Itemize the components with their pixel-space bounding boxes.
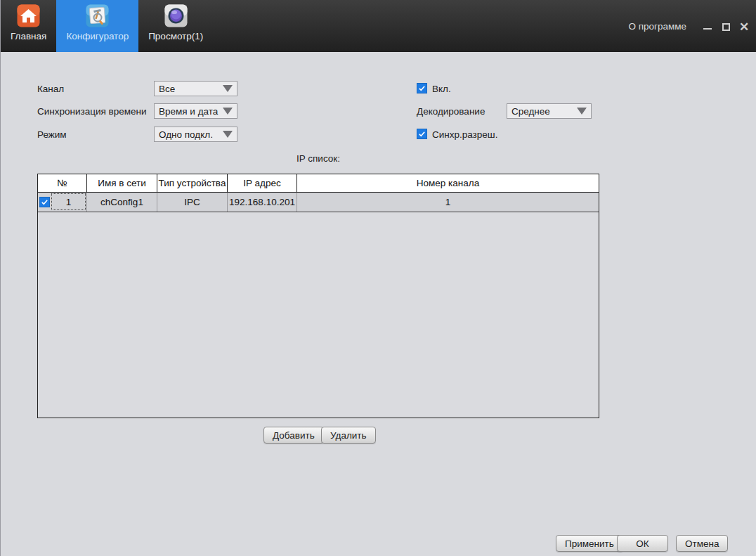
- cell-name: chConfig1: [87, 193, 157, 212]
- row-checkbox[interactable]: [39, 197, 50, 207]
- column-header-num: №: [38, 174, 87, 192]
- tab-bar: Главная Конфигуратор: [1, 0, 213, 52]
- app-window: Главная Конфигуратор: [0, 0, 756, 556]
- maximize-button[interactable]: [719, 20, 733, 34]
- tab-configurator-label: Конфигуратор: [66, 31, 129, 41]
- ip-list-title: IP список:: [37, 153, 599, 164]
- dropdown-arrow-icon: [223, 108, 233, 115]
- cell-channel: 1: [297, 193, 599, 212]
- time-sync-select-value: Время и дата: [159, 106, 218, 117]
- delete-button[interactable]: Удалить: [321, 427, 376, 444]
- mode-label: Режим: [37, 129, 67, 140]
- apply-button[interactable]: Применить: [556, 535, 623, 552]
- cell-num: 1: [38, 193, 87, 212]
- decoding-select[interactable]: Среднее: [507, 103, 592, 119]
- mode-select-value: Одно подкл.: [159, 129, 213, 140]
- maximize-icon: [722, 23, 730, 31]
- tab-configurator[interactable]: Конфигуратор: [56, 0, 138, 52]
- minimize-button[interactable]: [700, 20, 715, 34]
- configurator-icon: [86, 4, 109, 27]
- tab-home-label: Главная: [11, 31, 46, 41]
- about-link[interactable]: О программе: [628, 21, 686, 32]
- ip-list-table: № Имя в сети Тип устройства IP адрес Ном…: [37, 174, 599, 418]
- column-header-channel: Номер канала: [297, 174, 599, 192]
- top-bar: Главная Конфигуратор: [1, 0, 756, 52]
- table-header-row: № Имя в сети Тип устройства IP адрес Ном…: [38, 174, 599, 193]
- viewer-lens-icon: [164, 4, 188, 27]
- close-icon: ✕: [739, 21, 749, 33]
- check-icon: [41, 198, 48, 206]
- check-icon: [418, 84, 426, 92]
- channel-select[interactable]: Все: [154, 81, 237, 96]
- window-controls: ✕: [700, 20, 751, 34]
- channel-label: Канал: [37, 84, 64, 94]
- dropdown-arrow-icon: [223, 85, 233, 92]
- dropdown-arrow-icon: [223, 131, 233, 138]
- dropdown-arrow-icon: [577, 108, 587, 115]
- table-row[interactable]: 1 chConfig1 IPC 192.168.10.201 1: [38, 193, 599, 212]
- tab-view[interactable]: Просмотр(1): [138, 0, 213, 52]
- sync-resolution-checkbox[interactable]: [417, 129, 427, 139]
- enable-checkbox[interactable]: [417, 83, 427, 93]
- cell-ip: 192.168.10.201: [228, 193, 297, 212]
- check-icon: [418, 130, 426, 138]
- configurator-panel: Канал Все Синхронизация времени Время и …: [1, 52, 756, 556]
- decoding-label: Декодирование: [417, 106, 485, 117]
- minimize-icon: [703, 28, 712, 30]
- column-header-name: Имя в сети: [87, 174, 157, 192]
- close-button[interactable]: ✕: [737, 20, 751, 34]
- sync-resolution-label: Синхр.разреш.: [432, 129, 497, 140]
- cancel-button[interactable]: Отмена: [676, 535, 728, 552]
- home-icon: [17, 4, 40, 27]
- cell-type: IPC: [157, 193, 228, 212]
- ok-button[interactable]: ОК: [617, 535, 668, 552]
- tab-view-label: Просмотр(1): [148, 31, 203, 41]
- tab-home[interactable]: Главная: [1, 0, 56, 52]
- channel-select-value: Все: [159, 84, 175, 94]
- decoding-select-value: Среднее: [511, 106, 550, 117]
- column-header-type: Тип устройства: [157, 174, 228, 192]
- column-header-ip: IP адрес: [228, 174, 297, 192]
- time-sync-label: Синхронизация времени: [37, 106, 147, 117]
- add-button[interactable]: Добавить: [263, 427, 324, 444]
- enable-checkbox-label: Вкл.: [432, 84, 451, 94]
- mode-select[interactable]: Одно подкл.: [154, 127, 237, 142]
- cell-num-value: 1: [51, 193, 86, 210]
- time-sync-select[interactable]: Время и дата: [154, 103, 237, 119]
